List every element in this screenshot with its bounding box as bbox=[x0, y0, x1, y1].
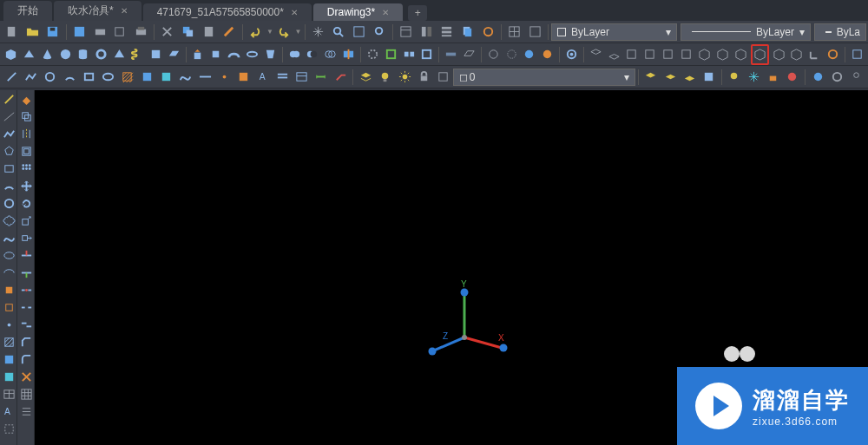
tab-doc-1[interactable]: 吹水冶具* ✕ bbox=[54, 1, 141, 21]
line-tool-icon[interactable] bbox=[0, 90, 17, 108]
gradient2-icon[interactable] bbox=[138, 68, 155, 87]
ellipse2-icon[interactable] bbox=[99, 68, 116, 87]
view-camera-icon[interactable] bbox=[789, 45, 806, 64]
plot-icon[interactable] bbox=[90, 23, 109, 42]
box-icon[interactable] bbox=[3, 45, 19, 64]
lock2-icon[interactable] bbox=[764, 68, 781, 87]
orbit-icon[interactable] bbox=[563, 45, 580, 64]
presspull-icon[interactable] bbox=[207, 45, 224, 64]
polysolid-icon[interactable] bbox=[148, 45, 164, 64]
new-icon[interactable] bbox=[3, 23, 22, 42]
separate-solids-icon[interactable] bbox=[401, 45, 418, 64]
layer-props-icon[interactable] bbox=[357, 68, 374, 87]
open-icon[interactable] bbox=[23, 23, 43, 42]
layer-make-current-icon[interactable] bbox=[642, 68, 660, 87]
circle-tool-icon[interactable] bbox=[0, 194, 17, 212]
region-tool-icon[interactable] bbox=[0, 368, 17, 385]
view-nw-icon[interactable] bbox=[751, 44, 769, 65]
close-icon[interactable]: ✕ bbox=[382, 8, 389, 17]
mtext-tool-icon[interactable]: A bbox=[0, 402, 17, 420]
view-front-icon[interactable] bbox=[660, 45, 676, 64]
table2-icon[interactable] bbox=[293, 68, 310, 87]
gradient-tool-icon[interactable] bbox=[0, 350, 17, 368]
rotate-tool-icon[interactable] bbox=[17, 194, 35, 212]
grid-tool-icon[interactable] bbox=[17, 385, 35, 402]
view-back-icon[interactable] bbox=[678, 45, 694, 64]
dropdown-arrow-icon[interactable]: ▼ bbox=[295, 28, 302, 36]
break-at-tool-icon[interactable] bbox=[17, 281, 35, 298]
table-tool-icon[interactable] bbox=[0, 385, 17, 402]
color-control-dropdown[interactable]: ByLayer ▾ bbox=[551, 23, 677, 41]
layer-prev-icon[interactable] bbox=[661, 68, 679, 87]
ellipse-tool-icon[interactable] bbox=[0, 246, 17, 264]
revolve-icon[interactable] bbox=[244, 45, 260, 64]
cylinder-icon[interactable] bbox=[75, 45, 91, 64]
extend-tool-icon[interactable] bbox=[17, 264, 35, 281]
spline2-icon[interactable] bbox=[177, 68, 194, 87]
trim-tool-icon[interactable] bbox=[17, 246, 35, 264]
dropdown-arrow-icon[interactable]: ▼ bbox=[266, 28, 273, 36]
arc-tool-icon[interactable] bbox=[0, 177, 17, 194]
view-named-icon[interactable] bbox=[771, 45, 787, 64]
xline2-icon[interactable] bbox=[196, 68, 214, 87]
section-plane-icon[interactable] bbox=[443, 45, 459, 64]
extrude-icon[interactable] bbox=[189, 45, 206, 64]
tool-palettes-icon[interactable] bbox=[437, 23, 457, 42]
paste-icon[interactable] bbox=[199, 23, 218, 42]
spline-tool-icon[interactable] bbox=[0, 229, 17, 246]
tab-doc-2[interactable]: 471679_51A57565850000* ✕ bbox=[143, 3, 312, 21]
torus-icon[interactable] bbox=[93, 45, 109, 64]
render-icon[interactable] bbox=[809, 68, 826, 87]
shell-icon[interactable] bbox=[418, 45, 435, 64]
point2-icon[interactable] bbox=[215, 68, 233, 87]
array-tool-icon[interactable] bbox=[17, 160, 35, 177]
slice-icon[interactable] bbox=[340, 45, 357, 64]
list-tool-icon[interactable] bbox=[17, 402, 35, 420]
undo-icon[interactable] bbox=[246, 23, 265, 42]
save-icon[interactable] bbox=[43, 23, 62, 42]
visual-style-conceptual-icon[interactable] bbox=[539, 45, 556, 64]
hatch2-icon[interactable] bbox=[119, 68, 136, 87]
stretch-tool-icon[interactable] bbox=[17, 229, 35, 246]
match-prop-icon[interactable] bbox=[220, 23, 239, 42]
properties-icon[interactable] bbox=[397, 23, 416, 42]
hatch-tool-icon[interactable] bbox=[0, 333, 17, 350]
leader-icon[interactable] bbox=[332, 68, 349, 87]
pyramid-icon[interactable] bbox=[111, 45, 128, 64]
plot-preview-icon[interactable] bbox=[111, 23, 130, 42]
loft-icon[interactable] bbox=[262, 45, 279, 64]
dimension-icon[interactable] bbox=[312, 68, 330, 87]
region2-icon[interactable] bbox=[157, 68, 174, 87]
cone-icon[interactable] bbox=[39, 45, 56, 64]
view-right-icon[interactable] bbox=[641, 45, 658, 64]
drawing-canvas[interactable]: Y X Z 溜溜自学 zixue.3d66.com bbox=[35, 90, 868, 445]
3d-move-icon[interactable] bbox=[849, 45, 865, 64]
layer-iso-icon[interactable] bbox=[681, 68, 698, 87]
thicken-icon[interactable] bbox=[365, 45, 381, 64]
move-tool-icon[interactable] bbox=[17, 177, 35, 194]
zoom-extents-icon[interactable] bbox=[329, 23, 348, 42]
zoom-window-icon[interactable] bbox=[350, 23, 369, 42]
rectangle2-icon[interactable] bbox=[80, 68, 97, 87]
table-icon[interactable] bbox=[505, 23, 524, 42]
copy-icon[interactable] bbox=[179, 23, 198, 42]
sun-icon[interactable] bbox=[396, 68, 413, 87]
redo-icon[interactable] bbox=[274, 23, 293, 42]
markup-icon[interactable] bbox=[478, 23, 497, 42]
mirror-tool-icon[interactable] bbox=[17, 125, 35, 142]
visual-style-2d-icon[interactable] bbox=[485, 45, 502, 64]
polygon-tool-icon[interactable] bbox=[0, 142, 17, 160]
layer-state-dropdown[interactable]: ◻ 0 ▾ bbox=[453, 69, 635, 86]
lineweight-control-dropdown[interactable]: ByLa bbox=[814, 23, 866, 41]
polyline-icon[interactable] bbox=[22, 68, 39, 87]
imprint-icon[interactable] bbox=[383, 45, 399, 64]
join-tool-icon[interactable] bbox=[17, 316, 35, 333]
materials-icon[interactable] bbox=[828, 68, 845, 87]
rectangle-tool-icon[interactable] bbox=[0, 160, 17, 177]
close-icon[interactable]: ✕ bbox=[291, 8, 298, 17]
erase-tool-icon[interactable] bbox=[17, 90, 35, 108]
view-ne-icon[interactable] bbox=[733, 45, 749, 64]
line-icon[interactable] bbox=[3, 68, 20, 87]
sweep-icon[interactable] bbox=[226, 45, 242, 64]
pline-tool-icon[interactable] bbox=[0, 125, 17, 142]
